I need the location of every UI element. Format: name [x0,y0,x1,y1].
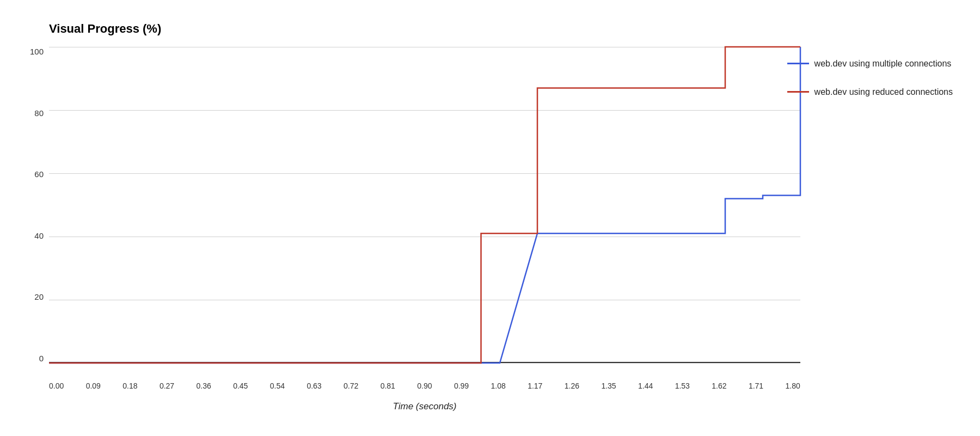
y-axis-label: 60 [11,169,44,179]
x-axis-label: 0.27 [160,382,174,390]
legend-label: web.dev using reduced connections [814,86,953,98]
x-axis-label: 1.08 [491,382,506,390]
y-axis-labels: 100806040200 [11,47,44,363]
chart-area: 100806040200 0.000.090.180.270.360.450.5… [49,47,800,363]
x-axis-label: 0.72 [344,382,358,390]
y-axis-label: 20 [11,292,44,301]
x-axis-label: 0.63 [307,382,321,390]
y-axis-label: 40 [11,231,44,240]
x-axis-label: 1.26 [565,382,579,390]
x-axis-label: 0.81 [381,382,395,390]
x-axis-label: 1.35 [601,382,616,390]
y-axis-label: 80 [11,108,44,118]
x-axis-label: 1.62 [712,382,726,390]
x-axis-label: 0.09 [86,382,101,390]
x-axis-title: Time (seconds) [49,401,800,412]
x-axis-label: 0.00 [49,382,64,390]
y-axis-label: 100 [11,47,44,56]
x-axis-label: 1.53 [675,382,690,390]
x-axis-label: 0.18 [122,382,137,390]
legend-item: web.dev using multiple connections [787,58,953,70]
chart-container: Visual Progress (%) 100806040200 0.000.0… [0,0,980,436]
x-axis-label: 0.36 [197,382,211,390]
x-axis-label: 1.71 [749,382,763,390]
x-axis-labels: 0.000.090.180.270.360.450.540.630.720.81… [49,382,800,390]
x-axis-label: 1.80 [786,382,800,390]
x-axis-label: 0.45 [233,382,248,390]
chart-title: Visual Progress (%) [49,22,947,36]
x-axis-label: 0.90 [417,382,432,390]
y-axis-label: 0 [11,354,44,363]
legend: web.dev using multiple connectionsweb.de… [787,58,953,99]
legend-label: web.dev using multiple connections [814,58,952,70]
x-axis-label: 1.44 [638,382,653,390]
chart-svg [49,47,800,363]
x-axis-label: 0.54 [270,382,285,390]
x-axis-label: 0.99 [454,382,469,390]
legend-item: web.dev using reduced connections [787,86,953,98]
legend-line-color [787,63,809,64]
legend-line-color [787,91,809,93]
x-axis-label: 1.17 [528,382,542,390]
